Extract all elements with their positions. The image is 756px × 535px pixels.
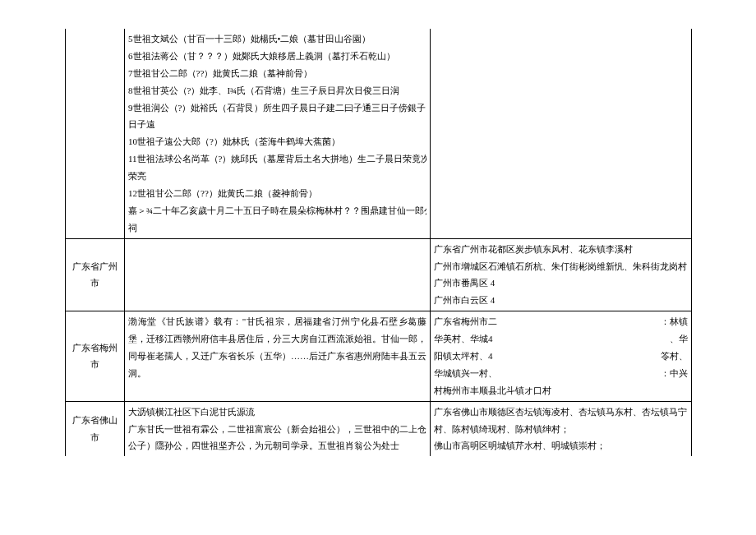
text-left: 华城镇兴一村、 <box>434 365 497 382</box>
text-line: 广东省广州市花都区炭步镇东风村、花东镇李溪村 <box>434 241 688 258</box>
text-line: 10世祖子遠公大郎（?）妣林氏（荃海牛鹤埠大蕉菌） <box>128 133 426 150</box>
text-line: 广东省梅州市二 ：林镇 <box>434 313 688 330</box>
text-line: 华城镇兴一村、 ：中兴 <box>434 365 688 382</box>
text-left: 广东省梅州市二 <box>434 313 497 330</box>
text-line: 8世祖甘英公（?）妣李、I¾氏（石背塘）生三子辰日昇次日俊三日润 <box>128 82 426 99</box>
cell-genealogy: 渤海堂《甘氏族谱》载有："甘氏祖宗，居福建省汀州宁化县石壁乡葛藤堡，迁移江西赣州… <box>125 311 431 401</box>
page: { "rows": [ { "col1": "", "col2_lines": … <box>0 0 756 535</box>
cell-region: 广东省佛山市 <box>66 401 125 456</box>
text-line: 广东甘氏一世祖有霖公，二世祖富宸公（新会始祖公），三世祖中的二上仓（二 <box>128 421 426 438</box>
text-line: 荣亮 <box>128 168 426 185</box>
text-line: 华美村、华城4 、华 <box>434 330 688 348</box>
text-line: 日子遠 <box>128 116 426 133</box>
text-line: 大沥镇横江社区下白泥甘氏源流 <box>128 404 426 421</box>
region-label: 广东省佛山市 <box>72 415 118 442</box>
main-table: 5世祖文斌公（甘百一十三郎）妣楊氏•二娘（墓甘田山谷園） 6世祖法蒋公（甘？？？… <box>65 29 692 456</box>
table-row: 广东省广州市 广东省广州市花都区炭步镇东风村、花东镇李溪村 广州市增城区石滩镇石… <box>66 238 692 311</box>
text-left: 华美村、华城4 <box>434 330 493 348</box>
text-right: ：中兴 <box>661 365 688 382</box>
text-right: 、华 <box>670 330 688 348</box>
region-label: 广东省梅州市 <box>72 343 118 370</box>
cell-genealogy: 大沥镇横江社区下白泥甘氏源流 广东甘氏一世祖有霖公，二世祖富宸公（新会始祖公），… <box>125 401 431 456</box>
text-line: 佛山市高明区明城镇芹水村、明城镇崇村； <box>434 437 688 454</box>
text-right: ：林镇 <box>661 313 688 330</box>
cell-locations: 广东省梅州市二 ：林镇 华美村、华城4 、华 阳镇太坪村、4 笭村、 华城镇兴一… <box>431 311 692 401</box>
cell-region: 广东省广州市 <box>66 238 125 311</box>
text-line: 7世祖甘公二郎（??）妣黄氏二娘（墓神前骨） <box>128 65 426 82</box>
cell-genealogy: 5世祖文斌公（甘百一十三郎）妣楊氏•二娘（墓甘田山谷園） 6世祖法蒋公（甘？？？… <box>125 29 431 238</box>
text-line: 9世祖润公（?）妣裕氏（石背艮）所生四子晨日子建二曰子通三日子傍銀子四 <box>128 99 426 117</box>
text-line: 公子）隱孙公，四世祖坚齐公，为元朝司学录。五世祖肖翁公为处士 <box>128 437 426 454</box>
text-line: 11世祖法球公名尚革（?）姚邱氏（墓屋背后土名大拼地）生二子晨日荣竟次日 <box>128 150 426 168</box>
text-line: 广州市白云区 4 <box>434 292 688 309</box>
table-row: 广东省梅州市 渤海堂《甘氏族谱》载有："甘氏祖宗，居福建省汀州宁化县石壁乡葛藤堡… <box>66 311 692 401</box>
text-line: 6世祖法蒋公（甘？？？）妣鄭氏大娘移居上義洞（墓打禾石乾山） <box>128 48 426 65</box>
cell-region: 广东省梅州市 <box>66 311 125 401</box>
cell-locations: 广东省佛山市顺德区杏坛镇海凌村、杏坛镇马东村、杏坛镇马宁 村、陈村镇绮现村、陈村… <box>431 401 692 456</box>
text-block: 渤海堂《甘氏族谱》载有："甘氏祖宗，居福建省汀州宁化县石壁乡葛藤堡，迁移江西赣州… <box>128 316 426 378</box>
text-right: 笭村、 <box>661 348 688 365</box>
cell-genealogy <box>125 238 431 311</box>
text-left: 阳镇太坪村、4 <box>434 348 493 365</box>
text-line: 广东省佛山市顺德区杏坛镇海凌村、杏坛镇马东村、杏坛镇马宁 <box>434 404 688 421</box>
text-line: 广州市增城区石滩镇石所杭、朱仃街彬岗维新忛、朱科街龙岗村 <box>434 258 688 275</box>
text-line: 村、陈村镇绮现村、陈村镇绅村； <box>434 421 688 438</box>
cell-locations: 广东省广州市花都区炭步镇东风村、花东镇李溪村 广州市增城区石滩镇石所杭、朱仃街彬… <box>431 238 692 311</box>
table-row: 5世祖文斌公（甘百一十三郎）妣楊氏•二娘（墓甘田山谷園） 6世祖法蒋公（甘？？？… <box>66 29 692 238</box>
text-line: 阳镇太坪村、4 笭村、 <box>434 348 688 365</box>
cell-locations <box>431 29 692 238</box>
text-line: 村梅州市丰顺县北斗镇オ口村 <box>434 382 688 399</box>
text-line: 广州市番禺区 4 <box>434 274 688 292</box>
text-line: 嘉＞¾二十年乙亥歲十月二十五日子時在晨朵棕梅林村？？围鼎建甘仙一郎公^ <box>128 202 426 219</box>
text-line: 12世祖甘公二郎（??）妣黄氏二娘（菱神前骨） <box>128 185 426 202</box>
region-label: 广东省广州市 <box>72 261 118 288</box>
cell-region <box>66 29 125 238</box>
text-line: 祠 <box>128 219 426 237</box>
table-row: 广东省佛山市 大沥镇横江社区下白泥甘氏源流 广东甘氏一世祖有霖公，二世祖富宸公（… <box>66 401 692 456</box>
text-line: 5世祖文斌公（甘百一十三郎）妣楊氏•二娘（墓甘田山谷園） <box>128 30 426 48</box>
